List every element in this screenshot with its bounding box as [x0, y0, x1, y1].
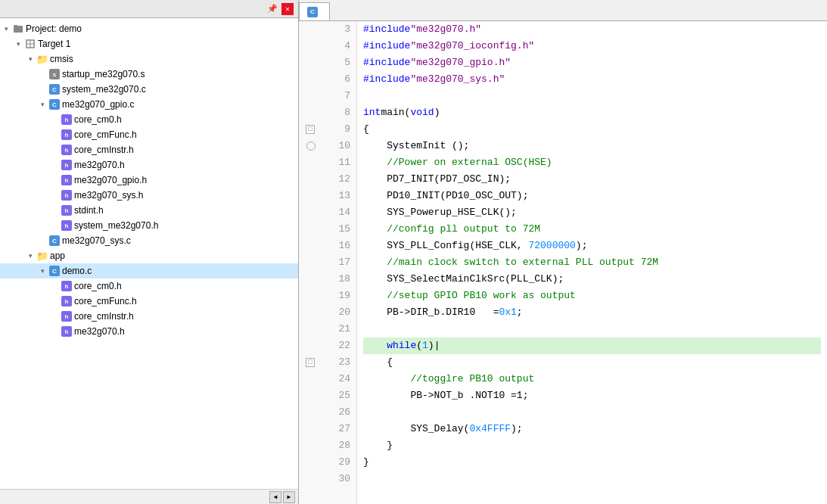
line-number: 4	[329, 38, 350, 54]
tree-toggle[interactable]	[48, 189, 61, 201]
code-line[interactable]: #include "me32g070.h"	[363, 21, 821, 38]
tree-item-core_cminstr_h[interactable]: hcore_cmInstr.h	[0, 142, 298, 157]
code-line[interactable]: SystemInit ();	[363, 138, 821, 154]
gutter-cell	[299, 38, 323, 54]
code-line[interactable]: //main clock switch to external PLL outp…	[363, 254, 821, 271]
code-line[interactable]: //Power on external OSC(HSE)	[363, 154, 821, 171]
tree-item-core_cminstr_h2[interactable]: hcore_cmInstr.h	[0, 309, 298, 324]
gutter-cell	[299, 454, 323, 471]
tree-toggle[interactable]	[48, 114, 61, 126]
tree-toggle[interactable]	[48, 174, 61, 186]
project-tree[interactable]: ▾Project: demo▾Target 1▾📁cmsissstartup_m…	[0, 18, 298, 489]
tree-item-stdint_h[interactable]: hstdint.h	[0, 203, 298, 218]
tree-item-label: core_cmInstr.h	[74, 145, 134, 155]
tree-toggle[interactable]	[48, 159, 61, 171]
code-line[interactable]: #include "me32g070_sys.h"	[363, 71, 821, 88]
code-line[interactable]	[363, 471, 821, 487]
tab-bar: C	[299, 0, 827, 21]
tree-item-demo_c[interactable]: ▾Cdemo.c	[0, 263, 298, 278]
tab-demo-c[interactable]: C	[299, 2, 330, 20]
code-area[interactable]: □□ 3456789101112131415161718192021222324…	[299, 21, 827, 504]
tree-item-me32g070_h[interactable]: hme32g070.h	[0, 157, 298, 173]
tree-toggle[interactable]: ▾	[12, 38, 24, 50]
code-line[interactable]: SYS_SelectMainClkSrc(PLL_CLK);	[363, 271, 821, 288]
tree-item-me32g070_sys_h[interactable]: hme32g070_sys.h	[0, 188, 298, 203]
tree-toggle[interactable]	[48, 310, 61, 322]
fold-marker[interactable]: □	[306, 125, 315, 134]
tree-toggle[interactable]: ▾	[36, 265, 48, 277]
close-panel-button[interactable]: ✕	[281, 3, 294, 15]
code-line[interactable]: {	[363, 121, 821, 138]
code-line[interactable]: PB->NOT_b .NOT10 =1;	[363, 387, 821, 404]
code-line[interactable]: }	[363, 437, 821, 454]
fold-marker[interactable]: □	[306, 358, 315, 367]
tree-item-me32g070_gpio_c[interactable]: ▾Cme32g070_gpio.c	[0, 97, 298, 112]
gutter-cell	[299, 471, 323, 487]
code-line[interactable]: SYS_PLL_Config(HSE_CLK, 72000000);	[363, 238, 821, 254]
line-number: 11	[329, 154, 350, 171]
tree-item-cmsis[interactable]: ▾📁cmsis	[0, 51, 298, 67]
tree-item-startup[interactable]: sstartup_me32g070.s	[0, 67, 298, 82]
code-line[interactable]: //setup GPIO PB10 work as output	[363, 288, 821, 304]
tree-item-me32g070_sys_c[interactable]: Cme32g070_sys.c	[0, 233, 298, 248]
line-number: 7	[329, 88, 350, 104]
code-line[interactable]: {	[363, 354, 821, 371]
gutter-cell	[299, 54, 323, 71]
line-number: 27	[329, 421, 350, 437]
code-line[interactable]: SYS_Powerup_HSE_CLK();	[363, 204, 821, 221]
tree-toggle[interactable]: ▾	[0, 23, 12, 35]
scroll-left-button[interactable]: ◀	[269, 491, 281, 503]
code-line[interactable]: //config pll output to 72M	[363, 221, 821, 238]
tree-toggle[interactable]: ▾	[36, 98, 48, 110]
tree-item-system_c[interactable]: Csystem_me32g070.c	[0, 82, 298, 97]
code-line[interactable]: PB->DIR_b.DIR10 =0x1;	[363, 304, 821, 321]
breakpoint-indicator	[306, 142, 316, 151]
code-line[interactable]: PD7_INIT(PD7_OSC_IN);	[363, 171, 821, 188]
code-line[interactable]: #include "me32g070_gpio.h"	[363, 54, 821, 71]
gutter-cell	[299, 88, 323, 104]
tree-item-app[interactable]: ▾📁app	[0, 248, 298, 263]
code-line[interactable]	[363, 404, 821, 421]
code-line[interactable]: PD10_INIT(PD10_OSC_OUT);	[363, 188, 821, 204]
tab-file-icon: C	[307, 7, 318, 17]
tree-item-label: core_cmFunc.h	[74, 296, 137, 306]
tree-toggle[interactable]	[36, 68, 48, 80]
code-line[interactable]: SYS_Delay(0x4FFFF);	[363, 421, 821, 437]
tree-item-icon: h	[61, 174, 73, 186]
code-line[interactable]: int main(void)	[363, 104, 821, 121]
pin-button[interactable]: 📌	[266, 3, 278, 15]
tree-item-core_cmfunc_h[interactable]: hcore_cmFunc.h	[0, 127, 298, 142]
code-line[interactable]	[363, 321, 821, 338]
tree-item-me32g070_h2[interactable]: hme32g070.h	[0, 324, 298, 339]
tree-item-core_cm0_h[interactable]: hcore_cm0.h	[0, 112, 298, 127]
tree-toggle[interactable]	[48, 204, 61, 216]
scroll-right-button[interactable]: ▶	[283, 491, 295, 503]
code-lines[interactable]: #include "me32g070.h"#include "me32g070_…	[357, 21, 827, 504]
tree-toggle[interactable]	[48, 129, 61, 141]
tree-item-label: system_me32g070.h	[74, 220, 158, 231]
tree-item-icon: C	[48, 265, 61, 277]
code-line[interactable]: while(1)|	[363, 338, 821, 354]
tree-toggle[interactable]	[48, 144, 61, 156]
tree-item-core_cmfunc_h2[interactable]: hcore_cmFunc.h	[0, 294, 298, 309]
tree-item-project-demo[interactable]: ▾Project: demo	[0, 21, 298, 36]
tree-item-label: me32g070_sys.c	[62, 235, 131, 246]
tree-toggle[interactable]: ▾	[24, 250, 36, 262]
tree-toggle[interactable]: ▾	[24, 53, 36, 65]
tree-item-system_me32g070_h[interactable]: hsystem_me32g070.h	[0, 218, 298, 233]
tree-toggle[interactable]	[48, 219, 61, 232]
tree-toggle[interactable]	[48, 325, 61, 338]
tree-item-me32g070_gpio_h[interactable]: hme32g070_gpio.h	[0, 173, 298, 188]
code-line[interactable]	[363, 88, 821, 104]
code-line[interactable]: #include "me32g070_ioconfig.h"	[363, 38, 821, 54]
tree-item-target1[interactable]: ▾Target 1	[0, 36, 298, 51]
tree-toggle[interactable]	[36, 235, 48, 247]
tree-toggle[interactable]	[48, 280, 61, 292]
tree-item-icon: h	[61, 325, 73, 338]
tree-toggle[interactable]	[48, 295, 61, 307]
tree-item-core_cm0_h2[interactable]: hcore_cm0.h	[0, 278, 298, 294]
tree-toggle[interactable]	[36, 83, 48, 95]
line-number: 14	[329, 204, 350, 221]
code-line[interactable]: }	[363, 454, 821, 471]
code-line[interactable]: //togglre PB10 output	[363, 371, 821, 387]
